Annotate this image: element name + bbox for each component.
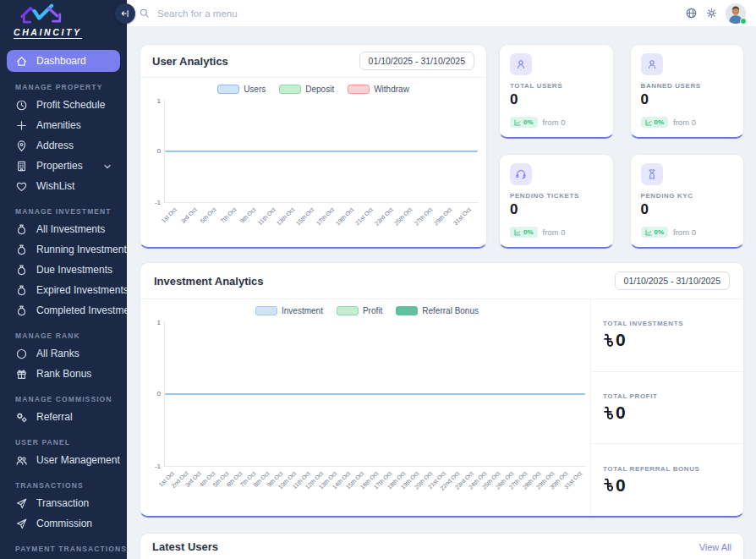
sidebar-item-label: Properties: [36, 160, 83, 172]
investment-analytics-date-range[interactable]: 01/10/2025 - 31/10/2025: [615, 271, 730, 290]
sidebar-section: TRANSACTIONS Transaction Commission: [0, 481, 127, 534]
stat-cards: TOTAL USERS 0 0% from 0 BANNED USERS 0: [499, 44, 744, 249]
sidebar-section-header: TRANSACTIONS: [15, 481, 112, 490]
search-input[interactable]: [157, 8, 677, 19]
collapse-arrow-icon: [120, 8, 130, 19]
latest-users-title: Latest Users: [152, 540, 218, 553]
sidebar-item[interactable]: Profit Schedule: [7, 95, 120, 115]
sidebar-item[interactable]: Referral: [7, 407, 120, 427]
money-bag-icon: [15, 223, 28, 236]
x-axis-tick: 30th Oct: [558, 467, 572, 516]
sidebar-item[interactable]: Amenities: [7, 115, 120, 135]
taka-currency-icon: [603, 477, 615, 493]
sidebar-item-label: Due Investments: [36, 264, 112, 276]
sidebar-section-header: PAYMENT TRANSACTIONS: [15, 545, 112, 553]
total-value: 0: [603, 330, 731, 350]
latest-users-card: Latest Users View All: [140, 533, 744, 559]
sidebar-section-header: MANAGE COMMISSION: [15, 395, 112, 403]
total-value: 0: [603, 403, 731, 423]
total-block: TOTAL REFERRAL BONUS 0: [591, 444, 743, 516]
stat-label: PENDING TICKETS: [510, 192, 603, 200]
user-analytics-card: User Analytics 01/10/2025 - 31/10/2025 U…: [140, 44, 487, 249]
trend-percent: 0%: [655, 118, 665, 126]
legend-item[interactable]: Deposit: [279, 85, 334, 94]
money-bag-icon: [15, 264, 28, 277]
x-axis-tick: 26th Oct: [504, 467, 518, 516]
investment-analytics-title: Investment Analytics: [154, 275, 264, 288]
stat-card: PENDING KYC 0 0% from 0: [630, 154, 745, 249]
taka-currency-icon: [603, 332, 615, 348]
sidebar-item-label: WishList: [36, 180, 74, 192]
legend-label: Profit: [363, 306, 382, 315]
user-analytics-date-range[interactable]: 01/10/2025 - 31/10/2025: [359, 52, 474, 70]
sidebar-item[interactable]: WishList: [7, 176, 120, 196]
legend-swatch: [396, 306, 418, 315]
total-label: TOTAL REFERRAL BONUS: [603, 465, 731, 473]
user-menu[interactable]: [726, 3, 746, 24]
send-icon: [15, 518, 28, 530]
legend-swatch: [279, 85, 301, 94]
total-amount: 0: [616, 330, 626, 350]
heart-icon: [15, 180, 28, 193]
sidebar-item[interactable]: Commission: [7, 513, 120, 534]
y-axis-tick: 0: [157, 390, 161, 397]
legend-item[interactable]: Withdraw: [348, 85, 409, 94]
stat-label: BANNED USERS: [641, 82, 734, 90]
sidebar-section-header: MANAGE RANK: [15, 332, 112, 340]
home-icon: [15, 55, 28, 68]
user-analytics-chart: Users Deposit Withdraw 10-1: [140, 78, 486, 247]
y-axis: 10-1: [149, 100, 164, 203]
x-axis-tick: 5th Oct: [218, 467, 232, 516]
investment-analytics-chart: Investment Profit Referral Bonus 10-1: [140, 299, 590, 516]
sidebar-collapse-button[interactable]: [115, 3, 135, 24]
x-axis-tick: 15th Oct: [354, 467, 368, 516]
legend-item[interactable]: Referral Bonus: [396, 306, 479, 315]
y-axis-tick: -1: [155, 199, 161, 206]
sidebar-section: MANAGE INVESTMENT All Investments Runnin…: [0, 207, 127, 321]
stat-value: 0: [510, 91, 603, 108]
sidebar-item[interactable]: Expired Investments: [7, 280, 120, 300]
gear-icon[interactable]: [705, 7, 718, 19]
sidebar-item[interactable]: Running Investments: [7, 239, 120, 260]
globe-icon[interactable]: [685, 7, 698, 19]
sidebar-item[interactable]: Rank Bonus: [7, 364, 120, 384]
sidebar-item[interactable]: Due Investments: [7, 260, 120, 280]
sidebar-item[interactable]: Address: [7, 135, 120, 156]
y-axis-tick: 1: [157, 97, 161, 105]
sidebar-item-label: Expired Investments: [36, 284, 127, 296]
y-axis-tick: 1: [157, 319, 161, 326]
main-content: User Analytics 01/10/2025 - 31/10/2025 U…: [127, 27, 756, 559]
x-axis-tick: 13th Oct: [327, 467, 341, 516]
sidebar-item[interactable]: Transaction: [7, 493, 120, 513]
sidebar-item-label: Dashboard: [36, 55, 86, 67]
stat-card: TOTAL USERS 0 0% from 0: [499, 44, 614, 139]
legend-item[interactable]: Profit: [337, 306, 382, 315]
view-all-link[interactable]: View All: [699, 542, 731, 552]
x-axis-tick: 10th Oct: [287, 467, 300, 516]
sidebar-item[interactable]: Properties: [7, 156, 120, 176]
trend-percent: 0%: [523, 228, 534, 236]
search-icon: [139, 8, 150, 19]
x-axis-tick: 28th Oct: [531, 467, 545, 516]
legend-item[interactable]: Investment: [255, 306, 323, 315]
sidebar-item[interactable]: All Ranks: [7, 343, 120, 364]
headset-icon: [515, 168, 527, 180]
sidebar-item[interactable]: User Management: [7, 450, 120, 470]
legend-item[interactable]: Users: [217, 85, 266, 94]
sidebar-item[interactable]: All Investments: [7, 219, 120, 239]
x-axis-tick: 6th Oct: [232, 467, 245, 516]
sidebar-item[interactable]: Dashboard: [7, 50, 120, 72]
legend-label: Users: [244, 85, 266, 94]
legend-label: Deposit: [305, 85, 334, 94]
trend-percent: 0%: [523, 118, 534, 126]
investment-totals: TOTAL INVESTMENTS 0 TOTAL PROFIT 0 TOTAL…: [590, 299, 743, 516]
stat-card: BANNED USERS 0 0% from 0: [630, 44, 745, 139]
x-axis-tick: 1st Oct: [164, 467, 178, 516]
x-axis-tick: 18th Oct: [395, 467, 408, 516]
gift-icon: [15, 368, 28, 381]
circle-icon: [15, 348, 28, 360]
sidebar-item[interactable]: Completed Investments: [7, 300, 120, 321]
map-pin-icon: [15, 140, 28, 152]
chevron-down-icon: [103, 162, 112, 170]
legend-swatch: [217, 85, 239, 94]
